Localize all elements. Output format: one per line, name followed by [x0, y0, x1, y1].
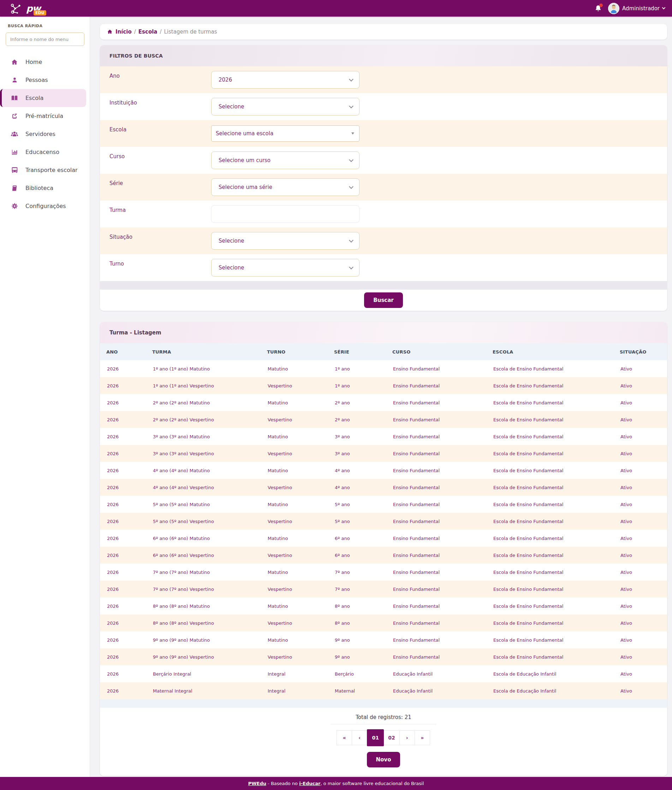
sidebar-item-label: Transporte escolar	[26, 167, 78, 173]
menu-search-input[interactable]	[6, 32, 85, 46]
cell-situacao: Ativo	[613, 468, 667, 473]
page-last[interactable]: »	[414, 730, 430, 745]
table-row[interactable]: 2026Maternal IntegralIntegralMaternalEdu…	[100, 682, 667, 699]
escola-select[interactable]: Selecione uma escola	[211, 125, 360, 142]
notifications-bell-icon[interactable]	[594, 5, 602, 12]
cell-escola: Escola de Ensino Fundamental	[486, 502, 613, 507]
turno-select[interactable]: Selecione	[211, 259, 360, 277]
cell-ano: 2026	[100, 536, 146, 541]
table-row[interactable]: 20261º ano (1º ano) VespertinoVespertino…	[100, 377, 667, 394]
breadcrumb-inicio[interactable]: Início	[115, 29, 132, 35]
sidebar-item-servidores[interactable]: Servidores	[0, 125, 90, 143]
novo-button[interactable]: Novo	[367, 752, 400, 768]
chevron-down-icon	[662, 6, 666, 10]
serie-select[interactable]: Selecione uma série	[211, 178, 360, 196]
table-row[interactable]: 20264º ano (4º ano) MatutinoMatutino4º a…	[100, 462, 667, 479]
sidebar-item-home[interactable]: Home	[0, 53, 90, 71]
cell-turma: 2º ano (2º ano) Matutino	[146, 400, 261, 405]
column-header-turma: TURMA	[146, 349, 261, 355]
table-row[interactable]: 20266º ano (6º ano) VespertinoVespertino…	[100, 547, 667, 564]
brand-badge: EDU	[34, 10, 46, 16]
table-row[interactable]: 20262º ano (2º ano) MatutinoMatutino2º a…	[100, 394, 667, 411]
share-icon	[11, 112, 18, 120]
table-row[interactable]: 20269º ano (9º ano) MatutinoMatutino9º a…	[100, 632, 667, 648]
cell-curso: Educação Infantil	[386, 688, 486, 694]
escola-selected-value: Selecione uma escola	[216, 130, 273, 137]
user-menu[interactable]: Administrador	[608, 3, 665, 14]
cell-turno: Matutino	[261, 366, 328, 371]
cell-turma: 4º ano (4º ano) Vespertino	[146, 485, 261, 490]
sidebar-item-educacenso[interactable]: Educacenso	[0, 143, 90, 161]
curso-select[interactable]: Selecione um curso	[211, 152, 360, 169]
sidebar-item-label: Pré-matrícula	[26, 113, 63, 119]
filter-row-curso: CursoSelecione um curso	[100, 147, 667, 174]
page-prev[interactable]: ‹	[352, 730, 367, 745]
cell-escola: Escola de Ensino Fundamental	[486, 620, 613, 626]
table-row[interactable]: 20263º ano (3º ano) MatutinoMatutino3º a…	[100, 428, 667, 445]
cell-escola: Escola de Educação Infantil	[486, 671, 613, 676]
sidebar-item-biblioteca[interactable]: Biblioteca	[0, 179, 90, 197]
table-row[interactable]: 20268º ano (8º ano) MatutinoMatutino8º a…	[100, 598, 667, 614]
cell-curso: Ensino Fundamental	[386, 637, 486, 643]
cell-serie: 5º ano	[328, 519, 386, 524]
table-row[interactable]: 20267º ano (7º ano) MatutinoMatutino7º a…	[100, 564, 667, 581]
cell-ano: 2026	[100, 451, 146, 456]
user-icon	[11, 76, 18, 84]
sidebar-item-label: Educacenso	[26, 149, 59, 155]
app-logo[interactable]: pw EDU	[9, 2, 41, 15]
gear-icon	[11, 202, 18, 210]
table-row[interactable]: 2026Berçário IntegralIntegralBerçárioEdu…	[100, 665, 667, 682]
cell-ano: 2026	[100, 569, 146, 575]
page-first[interactable]: «	[336, 730, 352, 745]
table-row[interactable]: 20264º ano (4º ano) VespertinoVespertino…	[100, 479, 667, 496]
filter-rows: Ano2026InstituiçãoSelecioneEscolaSelecio…	[100, 66, 667, 281]
footer-ieducar-link[interactable]: i-Educar	[299, 781, 320, 786]
sidebar: BUSCA RÁPIDA HomePessoasEscolaPré-matríc…	[0, 17, 90, 777]
turno-selected-value: Selecione	[219, 264, 244, 271]
cell-turma: 7º ano (7º ano) Vespertino	[146, 587, 261, 592]
cell-curso: Ensino Fundamental	[386, 451, 486, 456]
turma-input[interactable]	[211, 205, 360, 223]
table-row[interactable]: 20269º ano (9º ano) VespertinoVespertino…	[100, 648, 667, 665]
table-row[interactable]: 20265º ano (5º ano) VespertinoVespertino…	[100, 513, 667, 530]
table-row[interactable]: 20262º ano (2º ano) VespertinoVespertino…	[100, 411, 667, 428]
ano-select[interactable]: 2026	[211, 71, 360, 89]
table-row[interactable]: 20265º ano (5º ano) MatutinoMatutino5º a…	[100, 496, 667, 513]
breadcrumb: Início / Escola / Listagem de turmas	[100, 24, 667, 40]
sidebar-item-configuracoes[interactable]: Configurações	[0, 197, 90, 215]
cell-curso: Ensino Fundamental	[386, 553, 486, 558]
page-next[interactable]: ›	[399, 730, 415, 745]
breadcrumb-escola[interactable]: Escola	[138, 29, 157, 35]
cell-escola: Escola de Ensino Fundamental	[486, 654, 613, 660]
buscar-button[interactable]: Buscar	[364, 293, 403, 308]
table-row[interactable]: 20268º ano (8º ano) VespertinoVespertino…	[100, 614, 667, 632]
home-icon	[11, 58, 18, 66]
page-1[interactable]: 01	[367, 729, 384, 746]
footer-brand-link[interactable]: PWEdu	[248, 781, 266, 786]
table-row[interactable]: 20266º ano (6º ano) MatutinoMatutino6º a…	[100, 530, 667, 547]
table-row[interactable]: 20261º ano (1º ano) MatutinoMatutino1º a…	[100, 360, 667, 377]
cell-ano: 2026	[100, 468, 146, 473]
search-filters-panel: FILTROS DE BUSCA Ano2026InstituiçãoSelec…	[100, 45, 667, 311]
table-row[interactable]: 20263º ano (3º ano) VespertinoVespertino…	[100, 445, 667, 462]
column-header-curso: CURSO	[386, 349, 486, 355]
cell-turma: 9º ano (9º ano) Vespertino	[146, 654, 261, 660]
ano-selected-value: 2026	[219, 77, 232, 83]
chevron-down-icon	[349, 77, 354, 82]
situacao-select[interactable]: Selecione	[211, 232, 360, 249]
sidebar-item-escola[interactable]: Escola	[0, 89, 86, 107]
page-2[interactable]: 02	[384, 730, 399, 745]
cell-situacao: Ativo	[613, 688, 667, 694]
cell-situacao: Ativo	[613, 400, 667, 405]
sidebar-item-pre-matricula[interactable]: Pré-matrícula	[0, 107, 90, 125]
book-open-icon	[11, 94, 18, 102]
filter-row-turma: Turma	[100, 201, 667, 227]
sidebar-item-transporte[interactable]: Transporte escolar	[0, 161, 90, 179]
instituicao-select[interactable]: Selecione	[211, 98, 360, 115]
cell-turno: Matutino	[261, 536, 328, 541]
sidebar-item-pessoas[interactable]: Pessoas	[0, 71, 90, 89]
top-bar: pw EDU Administrador	[0, 0, 672, 17]
cell-curso: Ensino Fundamental	[386, 383, 486, 389]
table-header-row: ANOTURMATURNOSÉRIECURSOESCOLASITUAÇÃO	[100, 343, 667, 360]
table-row[interactable]: 20267º ano (7º ano) VespertinoVespertino…	[100, 581, 667, 598]
